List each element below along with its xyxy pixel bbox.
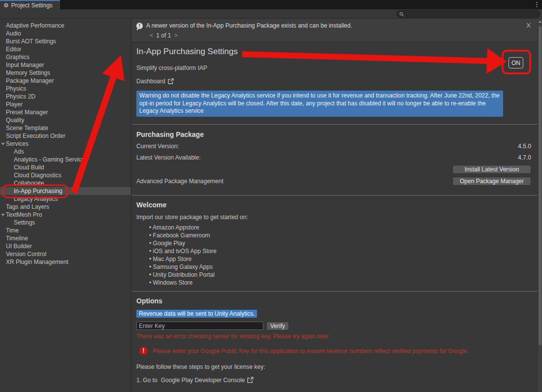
alert-bubble-icon: ! (136, 23, 143, 29)
sidebar-item-version-control[interactable]: Version Control (0, 250, 131, 258)
scrollbar-thumb[interactable] (539, 26, 542, 345)
open-package-manager-button[interactable]: Open Package Manager (452, 177, 531, 186)
welcome-intro: Import our store package to get started … (136, 214, 531, 221)
sidebar-item-burst-aot-settings[interactable]: Burst AOT Settings (0, 37, 131, 45)
google-public-key-error-text: Please enter your Google Public Key for … (153, 346, 469, 355)
search-input[interactable] (406, 11, 537, 18)
close-icon[interactable]: X (526, 22, 531, 29)
sidebar-item-label: Graphics (6, 54, 30, 61)
sidebar-item-label: Adaptive Performance (6, 22, 64, 29)
sidebar-item-player[interactable]: Player (0, 100, 131, 108)
sidebar-item-label: In-App Purchasing (14, 188, 63, 195)
sidebar-item-textmesh-pro[interactable]: TextMesh Pro (0, 211, 131, 219)
legacy-analytics-warning: Warning do not disable the Legacy Analyt… (136, 91, 503, 117)
sidebar-item-adaptive-performance[interactable]: Adaptive Performance (0, 22, 131, 30)
revenue-analytics-note: Revenue data will be sent to Unity Analy… (136, 310, 257, 318)
step1-prefix: 1. Go to (136, 377, 158, 384)
dashboard-link[interactable]: Dashboard (136, 78, 531, 85)
sidebar-item-textmesh-settings[interactable]: Settings (0, 219, 131, 227)
sidebar-item-physics[interactable]: Physics (0, 85, 131, 93)
external-link-icon (168, 78, 174, 84)
sidebar-item-label: Ads (14, 148, 24, 155)
sidebar-item-services[interactable]: Services (0, 140, 131, 148)
vertical-scrollbar[interactable] (538, 19, 542, 392)
sidebar-item-preset-manager[interactable]: Preset Manager (0, 108, 131, 116)
sidebar-item-input-manager[interactable]: Input Manager (0, 61, 131, 69)
store-list-item: Samsung Galaxy Apps (136, 263, 531, 271)
tab-project-settings[interactable]: ⚙ Project Settings (0, 0, 60, 9)
license-key-input[interactable] (136, 322, 263, 330)
notification-message: A newer version of the In-App Purchasing… (146, 22, 352, 29)
sidebar-item-package-manager[interactable]: Package Manager (0, 77, 131, 85)
sidebar-item-scene-template[interactable]: Scene Template (0, 124, 131, 132)
sidebar-item-label: Tags and Layers (6, 203, 49, 210)
welcome-heading: Welcome (136, 201, 531, 209)
sidebar-item-label: Cloud Diagnostics (14, 172, 62, 179)
sidebar-item-label: Legacy Analytics (14, 196, 58, 202)
section-divider (131, 195, 538, 196)
gear-icon: ⚙ (3, 2, 9, 8)
sidebar-item-editor[interactable]: Editor (0, 45, 131, 53)
search-icon (399, 12, 404, 17)
settings-content-panel: ! A newer version of the In-App Purchasi… (131, 19, 542, 392)
notification-bar: ! A newer version of the In-App Purchasi… (131, 19, 538, 42)
pager-next-icon[interactable]: > (173, 32, 179, 39)
sidebar-item-cloud-diagnostics[interactable]: Cloud Diagnostics (0, 171, 131, 179)
section-divider (131, 124, 538, 125)
sidebar-item-label: Services (6, 140, 29, 147)
install-latest-version-button[interactable]: Install Latest Version (452, 165, 531, 174)
sidebar-item-label: Player (6, 101, 23, 108)
sidebar-item-audio[interactable]: Audio (0, 30, 131, 37)
purchasing-package-heading: Purchasing Package (136, 131, 531, 138)
sidebar-item-xr-plugin-management[interactable]: XR Plugin Management (0, 258, 131, 266)
scroll-up-icon[interactable] (539, 21, 542, 23)
license-steps-intro: Please follow these steps to get your li… (136, 363, 531, 370)
sidebar-item-in-app-purchasing[interactable]: In-App Purchasing (0, 187, 131, 195)
sidebar-item-quality[interactable]: Quality (0, 116, 131, 124)
search-box[interactable] (396, 10, 540, 18)
store-list-item: iOS and tvOS App Store (136, 247, 531, 255)
sidebar-item-label: Input Manager (6, 62, 44, 68)
sidebar-item-collaborate[interactable]: Collaborate (0, 179, 131, 187)
google-play-console-link[interactable]: Google Play Developer Console (161, 377, 245, 384)
section-divider (131, 291, 538, 292)
foldout-triangle-icon[interactable] (1, 143, 5, 145)
sidebar-item-tags-and-layers[interactable]: Tags and Layers (0, 203, 131, 211)
sidebar-item-ui-builder[interactable]: UI Builder (0, 242, 131, 250)
store-list: Amazon Appstore Facebook Gameroom Google… (136, 224, 531, 287)
sidebar-item-label: Cloud Build (14, 164, 44, 171)
sidebar-item-time[interactable]: Time (0, 227, 131, 234)
sidebar-item-memory-settings[interactable]: Memory Settings (0, 69, 131, 77)
tab-title: Project Settings (11, 2, 53, 9)
sidebar-item-graphics[interactable]: Graphics (0, 53, 131, 61)
key-check-error-text: There was an error checking server for e… (136, 333, 531, 340)
sidebar-item-label: Timeline (6, 235, 28, 242)
page-title: In-App Purchasing Settings (136, 47, 531, 57)
sidebar-item-label: Quality (6, 117, 24, 124)
sidebar-item-script-execution-order[interactable]: Script Execution Order (0, 132, 131, 140)
kebab-menu-icon[interactable]: ⋮ (534, 0, 540, 8)
simplify-iap-label: Simplify cross-platform IAP (136, 65, 531, 71)
sidebar-item-ads[interactable]: Ads (0, 148, 131, 156)
sidebar-item-timeline[interactable]: Timeline (0, 234, 131, 242)
sidebar-item-label: Collaborate (14, 180, 44, 187)
sidebar-item-label: Settings (14, 219, 35, 226)
error-icon: ! (139, 347, 148, 355)
sidebar-item-label: Analytics - Gaming Services (14, 156, 88, 163)
sidebar-item-label: Audio (6, 30, 21, 37)
sidebar-item-label: Physics 2D (6, 93, 35, 100)
store-list-item: Facebook Gameroom (136, 231, 531, 239)
sidebar-item-label: Physics (6, 85, 26, 92)
dashboard-link-label: Dashboard (136, 78, 165, 85)
sidebar-item-physics-2d[interactable]: Physics 2D (0, 93, 131, 100)
sidebar-item-analytics-gaming-services[interactable]: Analytics - Gaming Services (0, 156, 131, 163)
verify-button[interactable]: Verify (266, 322, 289, 330)
sidebar-item-cloud-build[interactable]: Cloud Build (0, 163, 131, 171)
sidebar-item-label: Version Control (6, 251, 46, 258)
pager-prev-icon[interactable]: < (148, 32, 155, 39)
sidebar-item-label: Scene Template (6, 125, 48, 131)
foldout-triangle-icon[interactable] (1, 214, 5, 216)
sidebar-item-legacy-analytics[interactable]: Legacy Analytics (0, 195, 131, 203)
sidebar-item-label: XR Plugin Management (6, 259, 68, 265)
sidebar-item-label: Editor (6, 46, 21, 53)
